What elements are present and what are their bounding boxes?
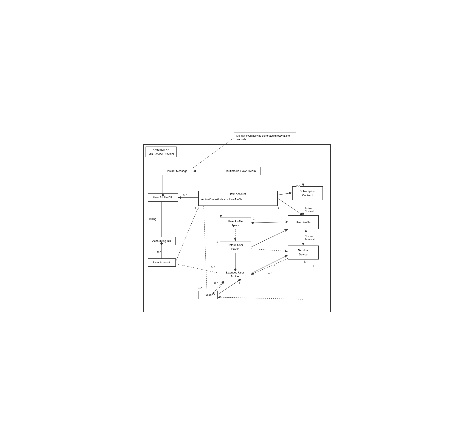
domain-line2: IMB Service Provider — [148, 152, 174, 156]
mult-1-dup: 1 — [217, 240, 218, 243]
mult-0star-td: 0..* — [268, 271, 272, 274]
mult-0star-ext2: 0..* — [215, 282, 218, 285]
accounting-db-box: Accounting DB — [148, 237, 176, 245]
mult-1-td-bot: 1 — [313, 264, 315, 268]
instant-message-box: Instant Message — [162, 167, 193, 175]
mult-0star-imb-sub: 0..* — [296, 184, 300, 187]
subscription-contract-box: Subscription Contract — [292, 186, 323, 200]
mult-1-imb-account: 1 — [195, 207, 196, 210]
label-current-terminal: Current Terminal — [305, 235, 315, 241]
imb-account-attr: +ActiveContextIndicator: UserProfile — [199, 197, 277, 202]
imb-account-title: IMB Account — [199, 191, 277, 197]
mult-0star-ext: 0..* — [211, 266, 215, 269]
token-box: Token — [198, 291, 218, 299]
imb-account-box: IMB Account +ActiveContextIndicator: Use… — [198, 191, 278, 206]
domain-line1: <<domain>> — [148, 148, 174, 152]
user-profile-db-box: User Profile DB — [148, 193, 178, 202]
extended-user-profile-box: Extended User Profile — [219, 268, 251, 281]
mult-0star-imb-db: 0..* — [183, 194, 187, 197]
diagram-container: IMs may eventually be generated directly… — [141, 131, 335, 317]
mult-1star-td: 1..* — [272, 264, 275, 268]
mult-1-user-acct: 1 — [176, 259, 178, 263]
user-profile-space-box: User Profile Space — [220, 218, 251, 229]
mult-1star-imb: 1..* — [198, 286, 202, 289]
default-user-profile-box: Default User Profile — [220, 241, 251, 253]
domain-label: <<domain>> IMB Service Provider — [146, 146, 176, 157]
mult-1star-td-bot: 1..* — [304, 260, 308, 263]
note-text: IMs may eventually be generated directly… — [236, 134, 290, 141]
mult-01-token: 0..1 — [219, 293, 223, 296]
label-active-context: Active Context — [305, 207, 314, 213]
terminal-device-box: Terminal Device — [288, 246, 319, 259]
user-profile-box: User Profile — [288, 215, 319, 229]
multimedia-flow-box: Multimedia Flow/Stream — [221, 167, 261, 175]
mult-1-right: 1 — [278, 206, 279, 209]
mult-1-ups: 1 — [253, 217, 255, 220]
mult-1-ext-1: 1 — [239, 282, 240, 285]
mult-1-down-imb: 1 — [198, 208, 200, 211]
note-box: IMs may eventually be generated directly… — [234, 133, 296, 143]
label-billing: Billing — [149, 218, 156, 221]
user-account-box: User Account — [148, 258, 176, 267]
mult-0star-acct: 0..* — [157, 251, 161, 253]
